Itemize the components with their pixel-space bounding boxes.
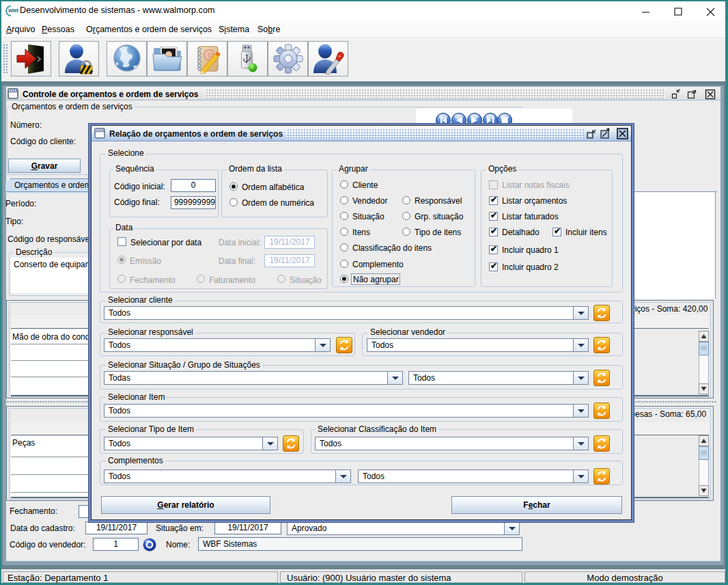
- svg-text:WMP: WMP: [8, 8, 18, 13]
